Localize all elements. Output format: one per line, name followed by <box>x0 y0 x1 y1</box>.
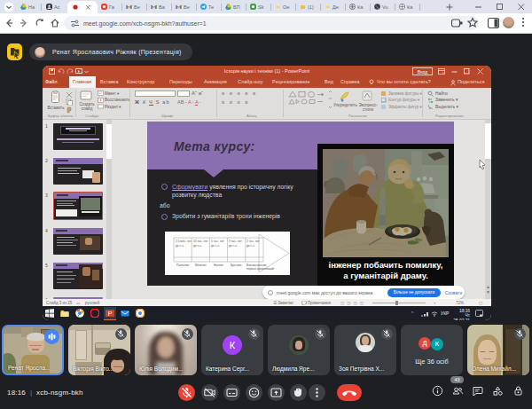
svg-text:P: P <box>108 311 113 317</box>
svg-text:10 тыс. лет: 10 тыс. лет <box>193 240 208 243</box>
svg-text:3 тыс. лет: 3 тыс. лет <box>229 240 242 243</box>
svg-text:первых цивилизаций: первых цивилизаций <box>246 267 274 271</box>
svg-text:до н.э.: до н.э. <box>229 244 238 248</box>
svg-text:до н.э.: до н.э. <box>176 244 184 248</box>
svg-text:до н.э.: до н.э. <box>193 244 202 248</box>
svg-text:до н.э.: до н.э. <box>246 244 255 248</box>
svg-text:Неолит: Неолит <box>214 263 223 267</box>
svg-text:Палеолит: Палеолит <box>176 263 190 267</box>
svg-text:5 тыс. лет: 5 тыс. лет <box>211 240 224 243</box>
svg-text:до н.э.: до н.э. <box>211 244 220 248</box>
svg-text:Бронзов.: Бронзов. <box>231 263 242 267</box>
svg-text:Мезолит: Мезолит <box>195 263 207 267</box>
svg-text:2,5 млн. лет: 2,5 млн. лет <box>176 240 192 243</box>
svg-text:2 тыс. лет: 2 тыс. лет <box>246 240 260 243</box>
